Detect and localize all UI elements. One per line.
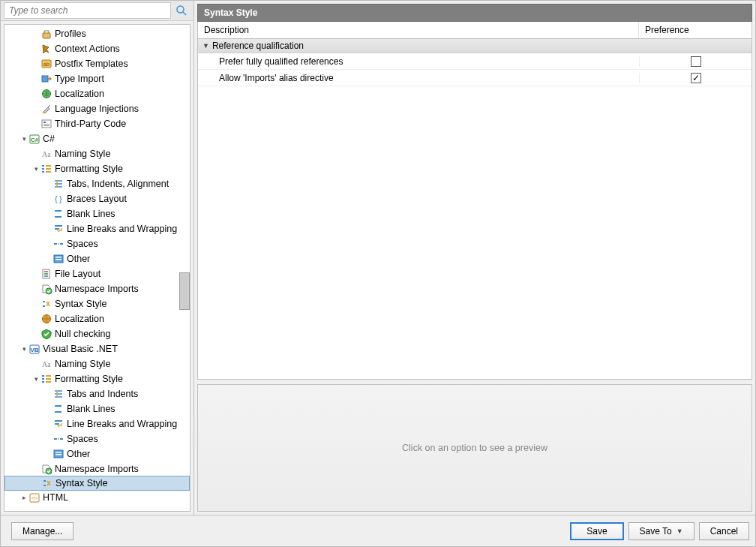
tree-item-label: Other xyxy=(67,254,90,264)
column-preference[interactable]: Preference xyxy=(639,22,752,38)
svg-point-7 xyxy=(43,112,45,114)
column-description[interactable]: Description xyxy=(198,22,639,38)
chevron-down-icon[interactable]: ▾ xyxy=(32,374,40,383)
tree-item-label: Naming Style xyxy=(55,359,110,369)
tree-item-label: Postfix Templates xyxy=(55,59,128,69)
tree-item[interactable]: {}Braces Layout xyxy=(4,191,190,206)
scrollbar-thumb[interactable] xyxy=(179,272,190,310)
tree-item-label: HTML xyxy=(43,492,68,503)
type-import-icon xyxy=(40,73,52,85)
tree-item-label: Namespace Imports xyxy=(55,464,139,474)
search-icon[interactable] xyxy=(172,2,190,19)
svg-rect-46 xyxy=(42,381,44,383)
tree-item[interactable]: Context Actions xyxy=(4,41,190,56)
content-area: ProfilesContext ActionsabPostfix Templat… xyxy=(1,1,755,515)
panel-title: Syntax Style xyxy=(197,4,752,22)
tabs-icon xyxy=(52,388,64,400)
svg-line-1 xyxy=(183,12,186,15)
tree-item-label: Syntax Style xyxy=(55,299,106,309)
tree-item-label: Blank Lines xyxy=(67,404,116,414)
svg-rect-18 xyxy=(46,165,51,167)
svg-rect-49 xyxy=(46,381,51,383)
checkbox[interactable] xyxy=(691,73,701,83)
tree-item[interactable]: Namespace Imports xyxy=(4,461,190,476)
tree-item[interactable]: Line Breaks and Wrapping xyxy=(4,221,190,236)
option-row[interactable]: Prefer fully qualified references xyxy=(198,53,752,70)
grid-header: Description Preference xyxy=(197,22,752,39)
tree-item[interactable]: Tabs and Indents xyxy=(4,386,190,401)
chevron-down-icon[interactable]: ▾ xyxy=(20,134,28,143)
tree-item[interactable]: Null checking xyxy=(4,326,190,341)
tree-item[interactable]: File Layout xyxy=(4,266,190,281)
chevron-down-icon[interactable]: ▾ xyxy=(32,164,40,173)
tree-item[interactable]: ▾Formatting Style xyxy=(4,161,190,176)
tree-item[interactable]: Third-Party Code xyxy=(4,116,190,131)
options-dialog: ProfilesContext ActionsabPostfix Templat… xyxy=(0,0,756,547)
chevron-down-icon[interactable]: ▾ xyxy=(20,344,28,353)
tree-item[interactable]: Spaces xyxy=(4,236,190,251)
linebreaks-icon xyxy=(52,418,64,430)
tree-item[interactable]: Language Injections xyxy=(4,101,190,116)
tree-item[interactable]: AaNaming Style xyxy=(4,146,190,161)
svg-rect-31 xyxy=(56,257,62,258)
blanklines-icon xyxy=(52,403,64,415)
svg-rect-20 xyxy=(46,171,51,173)
save-button[interactable]: Save xyxy=(570,522,623,540)
svg-text:}: } xyxy=(59,194,62,203)
tree-item[interactable]: abPostfix Templates xyxy=(4,56,190,71)
search-input[interactable] xyxy=(4,2,171,19)
localization-icon xyxy=(40,88,52,100)
tree-item[interactable]: ▾VBVisual Basic .NET xyxy=(4,341,190,356)
chevron-right-icon[interactable]: ▸ xyxy=(20,493,28,502)
tree-item-label: Tabs and Indents xyxy=(67,389,138,399)
tree-item[interactable]: ▸</>HTML xyxy=(4,490,190,505)
tree-item[interactable]: AaNaming Style xyxy=(4,356,190,371)
tree-item[interactable]: Other xyxy=(4,446,190,461)
filelayout-icon xyxy=(40,268,52,280)
svg-rect-55 xyxy=(60,438,63,440)
tree-item[interactable]: Type Import xyxy=(4,71,190,86)
tree-item[interactable]: Syntax Style xyxy=(4,296,190,311)
profiles-icon xyxy=(40,28,52,40)
svg-rect-10 xyxy=(44,124,50,125)
tree-item[interactable]: Blank Lines xyxy=(4,401,190,416)
tree-item[interactable]: Blank Lines xyxy=(4,206,190,221)
cancel-button[interactable]: Cancel xyxy=(699,522,749,540)
tree-item[interactable]: Line Breaks and Wrapping xyxy=(4,416,190,431)
tree-item[interactable]: Localization xyxy=(4,311,190,326)
tree-item[interactable]: Other xyxy=(4,251,190,266)
tree-item[interactable]: Spaces xyxy=(4,431,190,446)
tree-item[interactable]: Syntax Style xyxy=(4,476,190,491)
chevron-down-icon: ▼ xyxy=(202,42,209,50)
other-icon xyxy=(52,448,64,460)
tree-item-label: Spaces xyxy=(67,239,98,249)
tree-item-label: Type Import xyxy=(55,74,104,84)
tree-item[interactable]: ▾C#C# xyxy=(4,131,190,146)
manage-button[interactable]: Manage... xyxy=(11,522,74,540)
svg-rect-45 xyxy=(42,378,44,380)
tree-item[interactable]: Profiles xyxy=(4,26,190,41)
group-row[interactable]: ▼ Reference qualification xyxy=(198,39,752,53)
svg-rect-51 xyxy=(55,411,62,413)
grid-body: ▼ Reference qualification Prefer fully q… xyxy=(197,39,752,380)
svg-rect-50 xyxy=(55,405,62,407)
options-tree[interactable]: ProfilesContext ActionsabPostfix Templat… xyxy=(4,25,190,511)
tree-item[interactable]: Namespace Imports xyxy=(4,281,190,296)
tree-item[interactable]: Tabs, Indents, Alignment xyxy=(4,176,190,191)
linebreaks-icon xyxy=(52,223,64,235)
svg-point-0 xyxy=(177,6,184,13)
thirdparty-icon xyxy=(40,118,52,130)
save-to-button[interactable]: Save To▼ xyxy=(628,522,694,540)
tree-item-label: Braces Layout xyxy=(67,194,127,204)
tree-item[interactable]: ▾Formatting Style xyxy=(4,371,190,386)
svg-rect-17 xyxy=(42,171,44,173)
tree-item-label: Localization xyxy=(55,314,104,324)
svg-rect-5 xyxy=(42,76,48,82)
tree-item[interactable]: Localization xyxy=(4,86,190,101)
svg-rect-38 xyxy=(43,301,45,302)
spaces-icon xyxy=(52,433,64,445)
svg-text:Aa: Aa xyxy=(42,150,51,158)
checkbox[interactable] xyxy=(691,56,701,67)
svg-text:{: { xyxy=(55,194,58,203)
option-row[interactable]: Allow 'Imports' alias directive xyxy=(198,70,752,86)
